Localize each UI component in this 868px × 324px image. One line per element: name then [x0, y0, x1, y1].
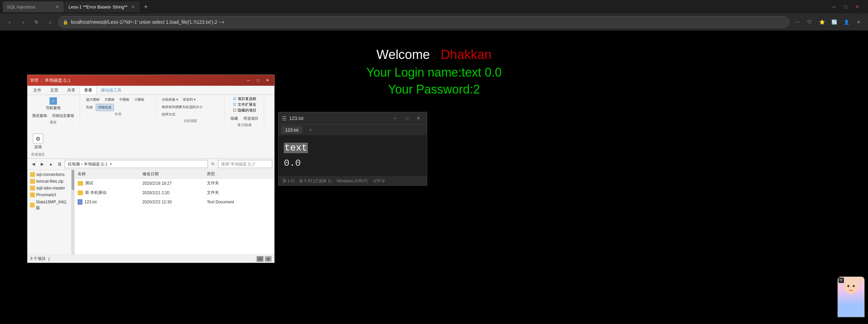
col-header-type[interactable]: 类型 [207, 171, 272, 177]
table-row[interactable]: 测试 2020/2/18 18:27 文件夹 [75, 179, 274, 188]
tab-less1[interactable]: Less-1 **Error Based- String** ✕ [64, 1, 140, 12]
fe-close-button[interactable]: ✕ [263, 77, 272, 84]
ribbon-layout-buttons: 超大图标 大图标 中图标 小图标 列表 [84, 96, 152, 111]
ribbon-group-show-hide: ☑ 项目复选框 ☑ 文件扩展名 ☐ 隐藏的项目 [229, 96, 264, 127]
options-label: 选项 [34, 144, 42, 149]
ribbon-group-current-view: 分组依据 ▾ 添加列 ▾ 将所有列调整为合适的大小 排序方式 当前视图 [160, 96, 224, 123]
star-button[interactable]: ⭐ [816, 17, 827, 27]
sync-button[interactable]: 🔄 [829, 17, 840, 27]
tab-sql-injections[interactable]: SQL Injections ✕ [3, 1, 64, 12]
anime-body: 中 [837, 277, 865, 317]
ribbon-options-btn[interactable]: ⚙ 选项 [30, 131, 46, 151]
checkbox-item-checkbox[interactable]: ☑ 项目复选框 [233, 96, 256, 101]
fe-sidebar-tomcat[interactable]: tomcat-files.zip [27, 178, 71, 185]
np-window-buttons: ─ □ ✕ [390, 114, 423, 122]
fe-sidebar-proxmark[interactable]: Proxmark3 [27, 191, 71, 198]
toolbar-right: ⋯ 🛡 ⭐ 🔄 👤 ≡ [792, 17, 864, 27]
ribbon-fit-columns[interactable]: 将所有列调整为合适的大小 [160, 104, 204, 110]
table-row[interactable]: 新 本机驱动 2020/2/21 2:20 文件夹 [75, 188, 274, 198]
sort-by-label: 排序方式 [162, 112, 175, 117]
tab-sql-close[interactable]: ✕ [54, 4, 60, 9]
col-header-date[interactable]: 修改日期 [142, 171, 207, 177]
fe-forward-btn[interactable]: ▶ [38, 160, 46, 168]
ribbon-selected-items[interactable]: 所选项目 [241, 115, 260, 122]
ribbon-extra-large-icons[interactable]: 超大图标 [84, 96, 102, 103]
folder-icon-2 [30, 179, 35, 184]
ribbon-list[interactable]: 列表 [84, 104, 95, 111]
fe-sidebar-stata[interactable]: Stata16MP_64位版 [27, 198, 71, 212]
checkbox-file-ext-icon: ☑ [233, 102, 236, 107]
np-encoding: UTF-8 [373, 179, 384, 183]
forward-button[interactable]: › [18, 17, 28, 27]
fe-grid-view-btn[interactable]: ⊞ [265, 256, 272, 262]
ribbon-details[interactable]: 详细信息 [96, 104, 114, 111]
np-minimize-btn[interactable]: ─ [390, 114, 400, 122]
ribbon-small-icons[interactable]: 小图标 [132, 96, 146, 103]
ribbon-hide-btn[interactable]: 隐藏 [229, 115, 240, 122]
fe-minimize-button[interactable]: ─ [244, 77, 253, 84]
shield-button[interactable]: 🛡 [804, 17, 815, 27]
fe-search-field[interactable]: 搜索"本地磁盘 (L:)" [218, 160, 272, 168]
ribbon-add-column[interactable]: 添加列 ▾ [181, 96, 198, 103]
ribbon-detail-pane[interactable]: 详细信息窗格 [50, 112, 76, 119]
np-hamburger-icon[interactable]: ☰ [282, 115, 287, 122]
np-tab-file[interactable]: 123.txt [281, 126, 302, 134]
ribbon-preview-pane[interactable]: 预览窗格 [30, 112, 49, 119]
fe-up-btn[interactable]: ▲ [47, 160, 55, 168]
fe-sidebar-sql-connections[interactable]: sql-connections [27, 171, 71, 178]
selected-items-label: 所选项目 [243, 116, 258, 121]
row2-name: 新 本机驱动 [85, 190, 106, 196]
row1-date: 2020/2/18 18:27 [142, 181, 207, 186]
fe-parent-btn[interactable]: 🖥 [56, 160, 63, 168]
fe-ribbon-content: ≡ 导航窗格 预览窗格 详细信息窗格 窗格 [27, 95, 274, 158]
tab-bar: SQL Injections ✕ Less-1 **Error Based- S… [0, 0, 868, 14]
fe-path-field[interactable]: 此电脑 › 本地磁盘 (L:) ▾ [65, 160, 208, 168]
ribbon-sort-by[interactable]: 排序方式 [160, 111, 177, 118]
fe-status-cursor: | [48, 257, 50, 261]
fe-tab-home[interactable]: 主页 [46, 86, 63, 95]
fe-sidebar-scrollbar[interactable] [72, 170, 74, 255]
fe-refresh-btn[interactable]: ↻ [209, 160, 217, 168]
fe-maximize-button[interactable]: □ [254, 77, 262, 84]
fe-tab-file[interactable]: 文件 [29, 86, 46, 95]
scrollbar-thumb[interactable] [72, 170, 74, 190]
browser-maximize[interactable]: □ [840, 1, 851, 12]
fe-list-view-btn[interactable]: ≡ [257, 256, 263, 262]
detail-pane-label: 详细信息窗格 [52, 113, 74, 118]
file-explorer-window: 管理 | 本地磁盘 (L:) ─ □ ✕ 文件 主页 共享 查看 驱动器工具 [27, 75, 275, 263]
ribbon-group-by[interactable]: 分组依据 ▾ [160, 96, 180, 103]
browser-minimize[interactable]: ─ [829, 1, 840, 12]
extensions-button[interactable]: ⋯ [792, 17, 803, 27]
checkbox-file-ext[interactable]: ☑ 文件扩展名 [233, 102, 256, 107]
np-maximize-btn[interactable]: □ [402, 114, 412, 122]
checkbox-hidden-items[interactable]: ☐ 隐藏的项目 [233, 108, 256, 113]
profile-button[interactable]: 👤 [841, 17, 852, 27]
ribbon-nav-pane[interactable]: ≡ 导航窗格 [44, 96, 63, 112]
fe-tab-bar: 文件 主页 共享 查看 驱动器工具 [27, 86, 274, 95]
url-field[interactable]: 🔒 localhost/newsqli/Less-1/?id=-1' union… [58, 16, 789, 28]
table-row[interactable]: T 123.txt 2020/2/22 12:30 Text Document [75, 198, 274, 207]
fe-tab-share[interactable]: 共享 [63, 86, 80, 95]
fe-tab-driver[interactable]: 驱动器工具 [97, 86, 126, 95]
ribbon-medium-icons[interactable]: 中图标 [117, 96, 132, 103]
tab-less1-close[interactable]: ✕ [130, 4, 136, 9]
back-button[interactable]: ‹ [4, 17, 15, 27]
fe-tab-view[interactable]: 查看 [80, 86, 97, 95]
np-close-btn[interactable]: ✕ [413, 114, 423, 122]
home-button[interactable]: ⌂ [45, 17, 56, 27]
medium-icons-label: 中图标 [119, 97, 130, 102]
folder-icon-3 [30, 186, 35, 190]
menu-button[interactable]: ≡ [853, 17, 864, 27]
row1-name: 测试 [85, 180, 93, 186]
fe-sidebar-sqli[interactable]: sqli-labs-master [27, 185, 71, 191]
fe-back-btn[interactable]: ◀ [29, 160, 37, 168]
ribbon-large-icons[interactable]: 大图标 [102, 96, 117, 103]
show-hide-label: 显示/隐藏 [237, 123, 252, 127]
col-header-name[interactable]: 名称 [78, 171, 142, 177]
browser-close[interactable]: ✕ [852, 1, 863, 12]
sidebar-stata-label: Stata16MP_64位版 [36, 199, 68, 211]
refresh-button[interactable]: ↻ [31, 17, 42, 27]
new-tab-button[interactable]: + [140, 1, 151, 12]
np-content: text 0.0 [278, 135, 427, 177]
np-new-tab[interactable]: + [305, 126, 316, 134]
